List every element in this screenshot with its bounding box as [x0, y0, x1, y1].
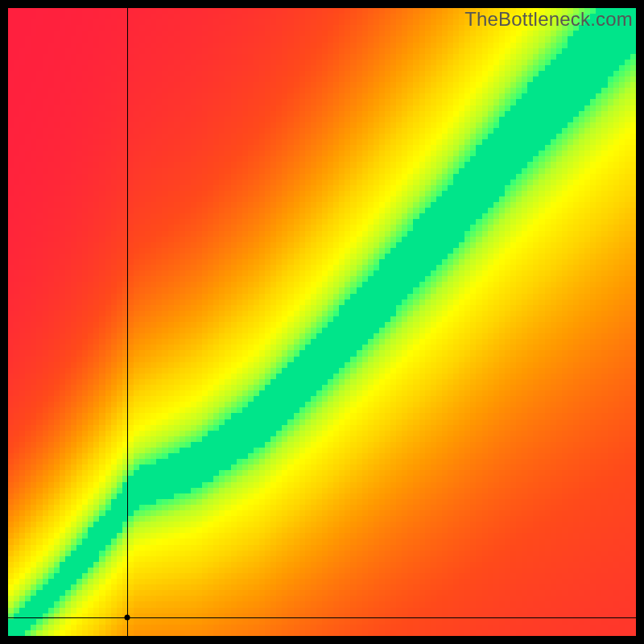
crosshair-vertical	[127, 8, 128, 636]
watermark-text: TheBottleneck.com	[464, 8, 633, 31]
plot-area	[8, 8, 636, 636]
heatmap-canvas	[8, 8, 636, 636]
crosshair-horizontal	[8, 617, 636, 618]
selection-marker	[125, 614, 130, 620]
chart-stage: TheBottleneck.com	[0, 0, 644, 644]
